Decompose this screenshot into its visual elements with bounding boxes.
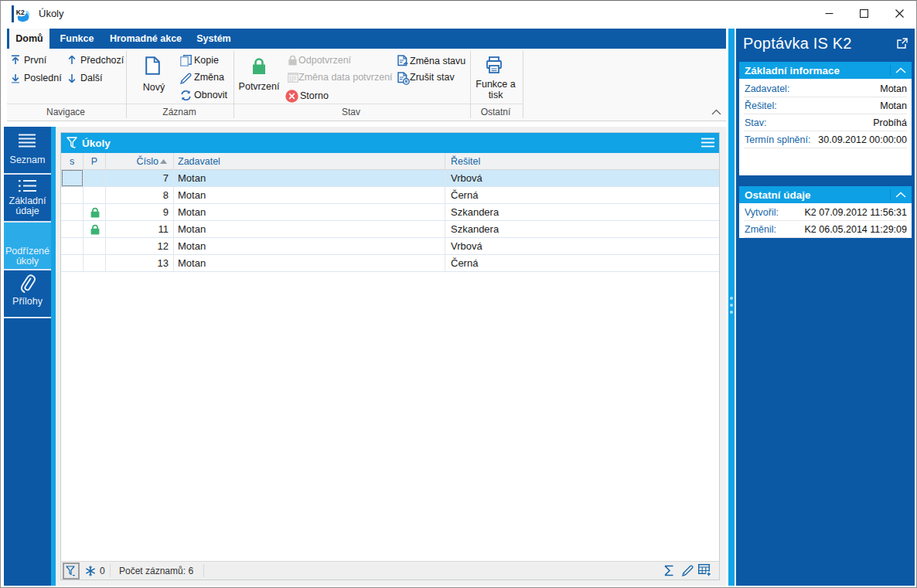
tab-funkce[interactable]: Funkce — [56, 29, 97, 49]
tab-system[interactable]: Systém — [193, 29, 235, 49]
svg-text:K2: K2 — [16, 8, 25, 16]
table-row[interactable]: 13 Motan Černá — [61, 255, 719, 272]
arrow-up-icon — [67, 55, 77, 65]
detail-label: Stav: — [745, 114, 767, 131]
ribbon-button-zmena-stavu[interactable]: Změna stavu — [410, 56, 465, 66]
ribbon-button-storno[interactable]: Storno — [300, 90, 329, 101]
section-header[interactable]: Základní informace — [739, 62, 912, 79]
detail-row: Vytvořil: K2 07.09.2012 11:56:31 — [739, 204, 912, 221]
ribbon-button-zmena[interactable]: Změna — [194, 72, 224, 83]
sidebar-item-label: Přílohy — [4, 297, 51, 307]
list-icon — [19, 134, 36, 148]
cell-resitel: Vrbová — [451, 170, 714, 186]
status-filter-button[interactable] — [63, 563, 80, 580]
copy-icon — [180, 55, 192, 66]
ribbon-button-kopie[interactable]: Kopie — [194, 55, 219, 66]
table-menu-hamburger-icon[interactable] — [701, 138, 714, 148]
section-header[interactable]: Ostatní údaje — [739, 186, 912, 203]
table-row[interactable]: 9 Motan Szkandera — [61, 204, 719, 221]
right-detail-panel: Poptávka IS K2 Základní informace Zadava… — [736, 29, 915, 586]
ribbon-button-prvni[interactable]: První — [24, 55, 46, 66]
cell-zadavatel: Motan — [178, 238, 441, 254]
sidebar-item-label-line2: úkoly — [4, 257, 51, 267]
table-title: Úkoly — [82, 133, 111, 153]
close-button[interactable] — [882, 2, 917, 25]
ribbon-button-funkce-a-tisk-line1[interactable]: Funkce a — [476, 79, 515, 90]
ribbon-button-dalsi[interactable]: Další — [80, 73, 102, 83]
document-x-icon — [397, 72, 410, 85]
column-header-cislo[interactable]: Číslo — [105, 153, 159, 169]
snowflake-count: 0 — [100, 562, 105, 580]
splitter-grip-dot — [730, 297, 733, 300]
detail-value: Probíhá — [873, 114, 907, 131]
column-header-zadavatel[interactable]: Zadavatel — [178, 153, 332, 169]
tab-domu[interactable]: Domů — [9, 29, 49, 49]
splitter-grip-dot — [730, 311, 733, 314]
ribbon-button-funkce-a-tisk-line2[interactable]: tisk — [489, 90, 503, 100]
detail-row: Stav: Probíhá — [739, 114, 912, 131]
minimize-button[interactable] — [812, 2, 847, 25]
arrow-up-to-bar-icon — [11, 55, 20, 65]
cell-resitel: Szkandera — [451, 204, 714, 220]
chevron-up-icon[interactable] — [895, 192, 906, 198]
table-title-bar: Úkoly — [61, 133, 719, 153]
detail-label: Termín splnění: — [745, 131, 810, 148]
panel-splitter[interactable] — [728, 29, 735, 586]
window-title: Úkoly — [39, 2, 64, 25]
ribbon-button-predchozi[interactable]: Předchozí — [80, 55, 124, 66]
ribbon-button-odpotvrzeni[interactable]: Odpotvrzení — [298, 55, 351, 66]
table-row[interactable]: 8 Motan Černá — [61, 187, 719, 204]
lock-green-icon — [251, 57, 267, 75]
table-row[interactable]: 7 Motan Vrbová — [61, 170, 719, 187]
ribbon-button-potvrzeni[interactable]: Potvrzení — [239, 81, 280, 92]
ribbon-button-obnovit[interactable]: Obnovit — [194, 90, 227, 100]
cell-zadavatel: Motan — [178, 221, 441, 237]
group-label-stav: Stav — [342, 107, 360, 117]
edit-pencil-icon[interactable] — [682, 565, 694, 576]
snowflake-icon[interactable] — [85, 566, 96, 576]
ribbon-button-zrusit-stav[interactable]: Zrušit stav — [410, 72, 455, 83]
sidebar-item-prilohy[interactable]: Přílohy — [4, 270, 51, 317]
right-panel-title: Poptávka IS K2 — [743, 35, 852, 53]
table-edit-icon[interactable] — [698, 564, 712, 577]
sidebar-item-seznam[interactable]: Seznam — [4, 127, 51, 173]
lock-green-icon — [90, 224, 101, 235]
cell-cislo: 7 — [105, 170, 169, 186]
table-row[interactable]: 11 Motan Szkandera — [61, 221, 719, 238]
record-count: Počet záznamů: 6 — [119, 562, 193, 580]
section-title: Základní informace — [745, 62, 840, 79]
group-label-navigace: Navigace — [46, 107, 85, 117]
detail-row: Zadavatel: Motan — [739, 80, 912, 97]
chevron-up-icon[interactable] — [895, 67, 906, 73]
cell-zadavatel: Motan — [178, 204, 441, 220]
detail-value: K2 06.05.2014 11:29:09 — [804, 221, 907, 237]
column-header-resitel[interactable]: Řešitel — [451, 153, 605, 169]
sidebar-item-zakladni-udaje[interactable]: Základní údaje — [4, 175, 51, 221]
ribbon-button-posledni[interactable]: Poslední — [24, 73, 62, 83]
filter-funnel-icon[interactable] — [66, 137, 80, 150]
cancel-red-icon — [285, 90, 298, 103]
sigma-icon[interactable] — [664, 565, 674, 576]
section-body: Zadavatel: Motan Řešitel: Motan Stav: Pr… — [739, 79, 912, 175]
maximize-button[interactable] — [847, 2, 881, 25]
document-arrow-icon — [397, 55, 410, 67]
sidebar-item-podrizene-ukoly[interactable]: Podřízené úkoly — [4, 223, 51, 269]
ribbon-tab-bar: Domů Funkce Hromadné akce Systém — [7, 29, 726, 49]
cell-cislo: 12 — [105, 238, 169, 254]
tab-hromadne-akce[interactable]: Hromadné akce — [105, 29, 186, 49]
table-row[interactable]: 12 Motan Vrbová — [61, 238, 719, 255]
filter-funnel-icon — [66, 566, 77, 577]
ribbon-button-zmena-data-potvrzeni[interactable]: Změna data potvrzení — [298, 72, 393, 83]
lock-gray-icon — [288, 55, 298, 66]
ribbon-button-novy[interactable]: Nový — [143, 82, 165, 93]
ribbon-collapse-chevron-icon[interactable] — [711, 109, 721, 115]
detail-row: Řešitel: Motan — [739, 97, 912, 114]
cell-cislo: 13 — [105, 255, 169, 271]
detail-row: Změnil: K2 06.05.2014 11:29:09 — [739, 221, 912, 238]
cell-zadavatel: Motan — [178, 187, 441, 203]
column-header-s[interactable]: s — [61, 153, 83, 169]
column-header-p[interactable]: P — [84, 153, 105, 169]
detail-label: Zadavatel: — [745, 80, 789, 97]
external-link-icon[interactable] — [897, 38, 908, 49]
table-status-bar: 0 Počet záznamů: 6 — [61, 561, 719, 580]
